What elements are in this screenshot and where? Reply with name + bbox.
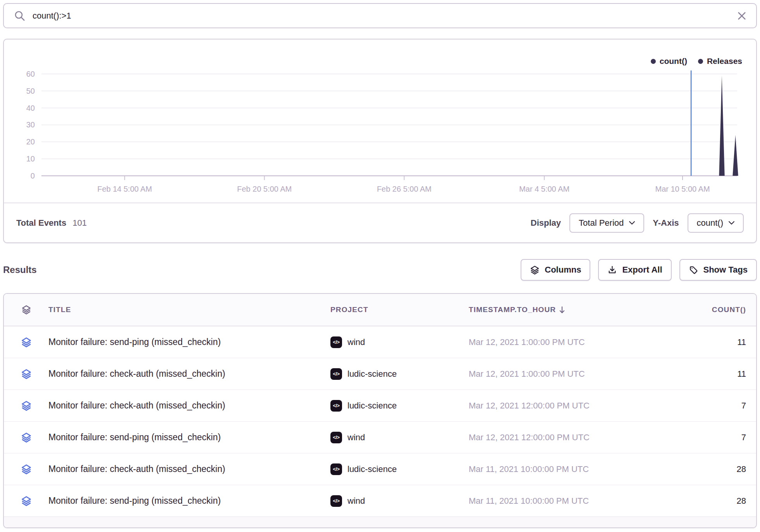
stack-icon <box>21 496 32 506</box>
svg-text:Feb 14 5:00 AM: Feb 14 5:00 AM <box>97 185 152 193</box>
svg-text:Mar 10 5:00 AM: Mar 10 5:00 AM <box>655 185 710 193</box>
stack-column-header <box>4 305 48 315</box>
project-cell: </> ludic-science <box>330 400 469 412</box>
legend-label-count: count() <box>660 57 687 66</box>
svg-text:Feb 26 5:00 AM: Feb 26 5:00 AM <box>377 185 432 193</box>
event-stack-cell[interactable] <box>4 432 48 443</box>
count-cell: 28 <box>655 496 756 506</box>
event-stack-cell[interactable] <box>4 496 48 506</box>
svg-text:Feb 20 5:00 AM: Feb 20 5:00 AM <box>237 185 292 193</box>
project-name: ludic-science <box>347 369 397 379</box>
project-cell: </> wind <box>330 336 469 348</box>
timestamp-cell: Mar 12, 2021 12:00:00 PM UTC <box>469 401 655 411</box>
column-header-project[interactable]: PROJECT <box>330 305 469 314</box>
timestamp-cell: Mar 12, 2021 1:00:00 PM UTC <box>469 369 655 379</box>
project-cell: </> wind <box>330 495 469 507</box>
legend-item-releases[interactable]: Releases <box>698 57 742 66</box>
search-bar[interactable]: count():>1 <box>3 3 757 28</box>
table-row[interactable]: Monitor failure: send-ping (missed_check… <box>4 485 756 517</box>
svg-text:40: 40 <box>26 104 35 112</box>
event-title-link[interactable]: Monitor failure: send-ping (missed_check… <box>48 337 330 347</box>
y-axis-select[interactable]: count() <box>688 213 744 233</box>
total-events-value: 101 <box>72 218 87 228</box>
sort-arrow-down-icon <box>559 306 565 314</box>
results-table: TITLE PROJECT TIMESTAMP.TO_HOUR COUNT() … <box>3 293 757 528</box>
chart-footer: Total Events 101 Display Total Period Y-… <box>4 203 756 242</box>
count-cell: 28 <box>655 464 756 474</box>
project-cell: </> wind <box>330 432 469 443</box>
project-platform-icon: </> <box>330 400 342 412</box>
event-title-link[interactable]: Monitor failure: check-auth (missed_chec… <box>48 400 330 411</box>
y-axis-label: Y-Axis <box>653 218 679 228</box>
chart-panel: count() Releases 6050403020100Feb 14 5:0… <box>3 39 757 243</box>
display-select[interactable]: Total Period <box>569 213 644 233</box>
columns-button[interactable]: Columns <box>521 259 590 281</box>
search-input[interactable]: count():>1 <box>33 11 71 21</box>
timestamp-cell: Mar 12, 2021 1:00:00 PM UTC <box>469 337 655 347</box>
svg-text:10: 10 <box>26 154 35 163</box>
clear-search-icon[interactable] <box>738 12 746 20</box>
display-label: Display <box>531 218 561 228</box>
count-cell: 11 <box>655 337 756 347</box>
stack-icon <box>21 337 32 348</box>
event-title-link[interactable]: Monitor failure: check-auth (missed_chec… <box>48 369 330 379</box>
results-heading: Results <box>3 264 37 275</box>
event-stack-cell[interactable] <box>4 337 48 348</box>
chart-legend: count() Releases <box>651 57 742 66</box>
table-row[interactable]: Monitor failure: check-auth (missed_chec… <box>4 453 756 485</box>
count-cell: 7 <box>655 401 756 411</box>
search-icon <box>14 10 26 22</box>
chevron-down-icon <box>729 221 734 225</box>
project-name: wind <box>347 337 365 347</box>
table-row[interactable]: Monitor failure: send-ping (missed_check… <box>4 326 756 358</box>
svg-text:Mar 4 5:00 AM: Mar 4 5:00 AM <box>519 185 569 193</box>
columns-button-label: Columns <box>545 265 581 275</box>
project-cell: </> ludic-science <box>330 463 469 475</box>
events-time-series-chart[interactable]: 6050403020100Feb 14 5:00 AMFeb 20 5:00 A… <box>4 39 756 203</box>
svg-text:0: 0 <box>31 172 35 180</box>
stack-icon <box>21 464 32 475</box>
table-row[interactable]: Monitor failure: check-auth (missed_chec… <box>4 358 756 390</box>
results-header: Results Columns Export All Show Tags <box>3 259 757 281</box>
table-row[interactable]: Monitor failure: check-auth (missed_chec… <box>4 390 756 422</box>
table-row[interactable]: Monitor failure: send-ping (missed_check… <box>4 422 756 453</box>
project-cell: </> ludic-science <box>330 368 469 380</box>
event-stack-cell[interactable] <box>4 369 48 379</box>
total-events: Total Events 101 <box>16 218 87 228</box>
download-icon <box>607 265 617 275</box>
count-cell: 11 <box>655 369 756 379</box>
project-platform-icon: </> <box>330 463 342 475</box>
stack-icon <box>21 400 32 411</box>
discover-page: count():>1 count() Releases 605040302010… <box>0 0 760 531</box>
event-stack-cell[interactable] <box>4 464 48 475</box>
stack-icon <box>21 369 32 379</box>
export-all-button[interactable]: Export All <box>598 259 671 281</box>
table-footer <box>4 517 756 527</box>
project-name: ludic-science <box>347 401 397 411</box>
legend-dot-releases <box>698 59 703 64</box>
y-axis-select-value: count() <box>697 218 723 228</box>
tag-icon <box>689 265 698 275</box>
event-title-link[interactable]: Monitor failure: send-ping (missed_check… <box>48 496 330 506</box>
project-name: ludic-science <box>347 464 397 474</box>
chevron-down-icon <box>629 221 635 225</box>
table-body: Monitor failure: send-ping (missed_check… <box>4 326 756 517</box>
event-title-link[interactable]: Monitor failure: check-auth (missed_chec… <box>48 464 330 474</box>
event-title-link[interactable]: Monitor failure: send-ping (missed_check… <box>48 432 330 443</box>
project-name: wind <box>347 496 365 506</box>
timestamp-cell: Mar 12, 2021 12:00:00 PM UTC <box>469 432 655 443</box>
stack-icon <box>530 265 540 275</box>
stack-icon <box>21 305 31 315</box>
event-stack-cell[interactable] <box>4 400 48 411</box>
display-select-value: Total Period <box>579 218 624 228</box>
stack-icon <box>21 432 32 443</box>
table-header-row: TITLE PROJECT TIMESTAMP.TO_HOUR COUNT() <box>4 294 756 326</box>
column-header-timestamp[interactable]: TIMESTAMP.TO_HOUR <box>469 305 655 314</box>
count-cell: 7 <box>655 432 756 443</box>
show-tags-button[interactable]: Show Tags <box>679 259 757 281</box>
column-header-count[interactable]: COUNT() <box>655 305 756 314</box>
legend-label-releases: Releases <box>707 57 742 66</box>
legend-item-count[interactable]: count() <box>651 57 687 66</box>
chart-controls: Display Total Period Y-Axis count() <box>531 213 744 233</box>
column-header-title[interactable]: TITLE <box>48 305 330 314</box>
